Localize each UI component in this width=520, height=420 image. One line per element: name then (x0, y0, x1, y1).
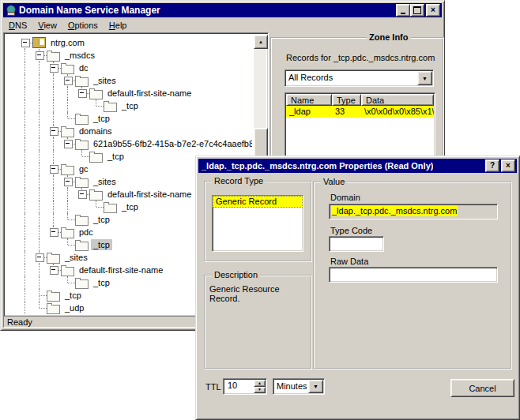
tree-guide-line (18, 251, 32, 264)
tree-item-domains[interactable]: domains (18, 125, 252, 137)
tree-label[interactable]: _sites (91, 75, 119, 86)
tree-expander-minus[interactable] (36, 253, 44, 262)
record-cell: 33 (332, 106, 361, 118)
record-filter-combobox[interactable]: All Records ▼ (284, 69, 434, 87)
tree-expander-minus[interactable] (64, 77, 73, 85)
dialog-titlebar: _ldap._tcp.pdc._msdcs.ntrg.com Propertie… (198, 159, 517, 173)
zone-info-legend: Zone Info (367, 32, 411, 43)
tree-expander-minus[interactable] (64, 140, 73, 148)
ttl-spinner: ▲ ▼ (223, 378, 267, 395)
tree-guide-line (61, 201, 75, 213)
tree-item-ntrg.com[interactable]: ntrg.com (18, 36, 252, 49)
record-type-group: Record Type Generic Record (204, 181, 312, 262)
tree-guide-line (47, 188, 61, 201)
tree-label[interactable]: _tcp (105, 151, 126, 162)
tree-item-_sites[interactable]: _sites (18, 74, 252, 87)
tree-expander-minus[interactable] (36, 51, 44, 60)
raw-data-field[interactable] (329, 267, 498, 283)
tree-expander-minus[interactable] (64, 178, 73, 186)
tree-label[interactable]: _tcp (91, 214, 112, 225)
type-code-field[interactable] (329, 236, 384, 252)
tree-item-_tcp[interactable]: _tcp (18, 99, 252, 112)
tree-label[interactable]: pdc (77, 227, 96, 238)
tree-connector (32, 289, 47, 302)
tree-guide-line (32, 62, 47, 74)
tree-expander-minus[interactable] (50, 127, 58, 136)
tree-label[interactable]: default-first-site-name (105, 189, 194, 200)
menu-view[interactable]: View (32, 19, 62, 32)
tree-guide-line (61, 87, 75, 99)
tree-label[interactable]: _tcp (91, 239, 112, 250)
tree-label[interactable]: _tcp (119, 201, 141, 212)
tree-item-621a9b55-6fb2-415a-b7e2-e7c4c4aaefb8[interactable]: 621a9b55-6fb2-415a-b7e2-e7c4c4aaefb8 (18, 137, 252, 150)
tree-label[interactable]: _udp (62, 302, 86, 313)
tree-expander-minus[interactable] (50, 64, 58, 73)
column-header-data[interactable]: Data (361, 94, 434, 106)
tree-label[interactable]: default-first-site-name (77, 264, 165, 276)
tree-guide-line (32, 99, 47, 112)
tree-item-dc[interactable]: dc (18, 62, 252, 74)
spin-up-button[interactable]: ▲ (254, 380, 266, 387)
zone-icon (32, 37, 46, 48)
domain-field[interactable]: _ldap._tcp.pdc._msdcs.ntrg.com (329, 204, 498, 219)
ttl-input[interactable] (225, 381, 257, 390)
tree-expander-minus[interactable] (78, 89, 87, 98)
spin-down-button[interactable]: ▼ (254, 387, 266, 394)
menu-options[interactable]: Options (62, 19, 104, 32)
tree-guide-line (18, 62, 32, 74)
tree-label[interactable]: _sites (91, 176, 119, 187)
tree-label[interactable]: dc (77, 62, 91, 73)
menu-dns[interactable]: DNS (3, 19, 32, 32)
tree-guide-line (18, 276, 32, 289)
menu-bar: DNSViewOptionsHelp (3, 18, 442, 32)
properties-dialog: _ldap._tcp.pdc._msdcs.ntrg.com Propertie… (195, 156, 520, 420)
value-group: Value Domain _ldap._tcp.pdc._msdcs.ntrg.… (313, 182, 512, 369)
tree-label[interactable]: _msdcs (62, 50, 97, 61)
tree-label[interactable]: _tcp (62, 290, 84, 301)
close-icon: × (431, 6, 435, 14)
tree-item-_tcp[interactable]: _tcp (18, 112, 252, 125)
record-type-listbox[interactable]: Generic Record (212, 195, 303, 252)
tree-connector (47, 163, 61, 175)
combo-dropdown-button[interactable]: ▼ (308, 380, 323, 393)
tree-expander-minus[interactable] (50, 165, 58, 174)
tree-guide-line (47, 87, 61, 99)
tree-expander-minus[interactable] (21, 39, 30, 47)
folder-icon (61, 65, 74, 74)
tree-guide-line (32, 87, 47, 99)
tree-item-default-first-site-name[interactable]: default-first-site-name (18, 87, 252, 99)
tree-label[interactable]: gc (77, 163, 91, 174)
column-header-name[interactable]: Name (286, 94, 332, 106)
combo-dropdown-button[interactable]: ▼ (417, 71, 432, 85)
tree-item-_msdcs[interactable]: _msdcs (18, 49, 252, 62)
maximize-button[interactable] (410, 4, 424, 17)
tree-label[interactable]: ntrg.com (48, 37, 87, 48)
menu-help[interactable]: Help (104, 19, 133, 32)
tree-label[interactable]: _tcp (119, 100, 141, 111)
dialog-title: _ldap._tcp.pdc._msdcs.ntrg.com Propertie… (202, 161, 433, 171)
dialog-close-button[interactable]: × (501, 159, 515, 172)
tree-guide-line (32, 150, 47, 163)
tree-expander-minus[interactable] (50, 266, 58, 275)
help-button[interactable]: ? (485, 159, 499, 172)
close-button[interactable]: × (426, 4, 440, 17)
record-filter-value: All Records (288, 73, 333, 82)
record-row[interactable]: _ldap33\x0\x0d\x0\x85\x1\ (286, 106, 434, 118)
tree-expander-minus[interactable] (78, 190, 87, 199)
tree-label[interactable]: _tcp (91, 277, 112, 288)
column-header-type[interactable]: Type (332, 94, 361, 106)
tree-label[interactable]: default-first-site-name (105, 88, 194, 99)
tree-expander-minus[interactable] (50, 228, 58, 237)
raw-data-label: Raw Data (330, 257, 368, 266)
ttl-unit-combobox[interactable]: Minutes ▼ (273, 378, 325, 395)
tree-label[interactable]: 621a9b55-6fb2-415a-b7e2-e7c4c4aaefb8 (91, 138, 252, 149)
minimize-button[interactable] (396, 4, 410, 17)
tree-label[interactable]: domains (77, 126, 115, 137)
tree-label[interactable]: _tcp (91, 113, 112, 124)
scroll-up-button[interactable]: ▲ (254, 35, 268, 49)
cancel-button[interactable]: Cancel (450, 379, 514, 397)
tree-label[interactable]: _sites (62, 252, 90, 263)
listbox-item[interactable]: Generic Record (213, 196, 303, 208)
tree-guide-line (18, 289, 32, 302)
tree-guide-line (18, 49, 32, 62)
